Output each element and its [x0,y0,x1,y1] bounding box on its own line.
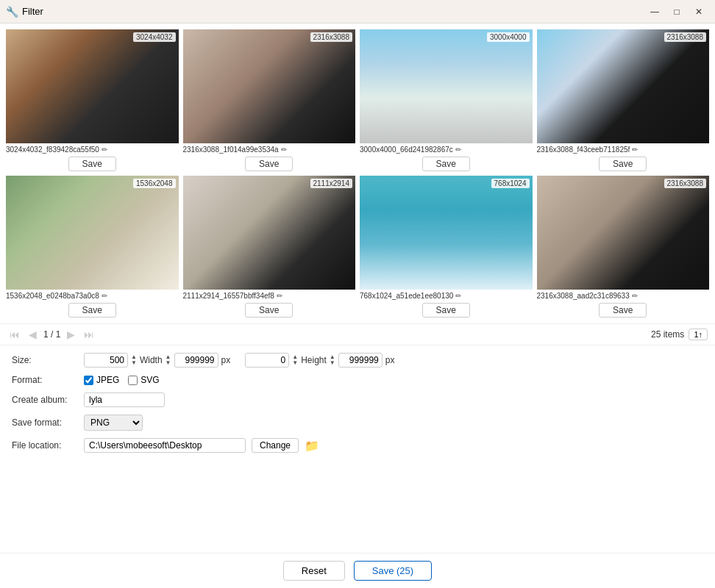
filter-panel: Size: ▲▼ Width ▲▼ px ▲▼ Height [0,345,715,460]
image-grid: 3024x4032 3024x4032_f839428ca55f50 ✏ Sav… [6,29,709,318]
height-min-input[interactable] [245,353,289,368]
maximize-button[interactable]: □ [666,4,687,20]
image-card: 2316x3088 2316x3088_f43ceeb711825f ✏ Sav… [537,29,710,171]
reset-button[interactable]: Reset [283,561,345,581]
image-filename: 1536x2048_e0248ba73a0c8 [6,292,99,300]
close-button[interactable]: ✕ [689,4,709,20]
save-all-button[interactable]: Save (25) [354,561,432,581]
image-filename: 2316x3088_1f014a99e3534a [183,146,279,154]
image-thumbnail[interactable]: 2316x3088 [183,29,356,143]
image-label: 3000x4000_66d241982867c ✏ [360,146,533,154]
size-row: Size: ▲▼ Width ▲▼ px ▲▼ Height [12,353,703,368]
svg-checkbox-label[interactable]: SVG [128,375,159,385]
jpeg-checkbox[interactable] [84,376,93,385]
image-filename: 2111x2914_16557bbff34ef8 [183,292,274,300]
window-title: Filter [22,6,644,17]
album-input[interactable] [84,392,165,407]
image-filename: 3000x4000_66d241982867c [360,146,453,154]
image-label: 3024x4032_f839428ca55f50 ✏ [6,146,179,154]
edit-icon[interactable]: ✏ [102,292,107,300]
image-thumbnail[interactable]: 1536x2048 [6,176,179,290]
bottom-bar: Reset Save (25) [0,553,715,588]
edit-icon[interactable]: ✏ [632,292,638,300]
first-page-button[interactable]: ⏮ [7,329,22,340]
image-label: 2316x3088_f43ceeb711825f ✏ [537,146,710,154]
format-label: Format: [12,375,78,385]
edit-icon[interactable]: ✏ [632,146,638,154]
image-thumbnail[interactable]: 2316x3088 [537,176,710,290]
folder-icon-button[interactable]: 📁 [305,439,319,453]
pagination-bar: ⏮ ◀ 1 / 1 ▶ ⏭ 25 items 1↑ [0,323,715,345]
file-location-label: File location: [12,440,78,451]
sort-button[interactable]: 1↑ [689,329,708,340]
window-controls: — □ ✕ [644,4,709,20]
image-card: 2111x2914 2111x2914_16557bbff34ef8 ✏ Sav… [183,176,356,318]
edit-icon[interactable]: ✏ [455,146,461,154]
dimension-badge: 3024x4032 [133,32,176,42]
file-path-input[interactable] [84,438,246,453]
dimension-badge: 2316x3088 [664,179,707,188]
edit-icon[interactable]: ✏ [281,146,287,154]
file-location-row: File location: Change 📁 [12,438,703,453]
svg-checkbox[interactable] [128,376,138,385]
image-thumbnail[interactable]: 3000x4000 [360,29,533,143]
height-arrows2[interactable]: ▲▼ [330,354,335,366]
save-format-label: Save format: [12,417,78,428]
page-info: 1 / 1 [43,329,60,340]
next-page-button[interactable]: ▶ [65,329,77,340]
image-card: 3024x4032 3024x4032_f839428ca55f50 ✏ Sav… [6,29,179,171]
height-label: Height [301,355,327,365]
image-card: 2316x3088 2316x3088_aad2c31c89633 ✏ Save [537,176,710,318]
image-filename: 2316x3088_aad2c31c89633 [537,292,630,300]
save-button[interactable]: Save [245,157,293,171]
image-label: 2111x2914_16557bbff34ef8 ✏ [183,292,356,300]
width-max-input[interactable] [174,353,218,368]
save-button[interactable]: Save [422,303,470,318]
image-thumbnail[interactable]: 3024x4032 [6,29,179,143]
pagination-controls: ⏮ ◀ 1 / 1 ▶ ⏭ [7,329,96,340]
image-card: 3000x4000 3000x4000_66d241982867c ✏ Save [360,29,533,171]
width-arrows[interactable]: ▲▼ [131,354,137,366]
edit-icon[interactable]: ✏ [277,292,282,300]
jpeg-checkbox-label[interactable]: JPEG [84,375,119,385]
save-button[interactable]: Save [68,157,116,171]
image-thumbnail[interactable]: 2111x2914 [183,176,356,290]
image-thumbnail[interactable]: 768x1024 [360,176,533,290]
app-icon: 🔧 [6,6,18,18]
save-button[interactable]: Save [245,303,293,318]
image-filename: 3024x4032_f839428ca55f50 [6,146,99,154]
jpeg-label: JPEG [96,375,119,385]
dimension-badge: 2316x3088 [310,32,353,42]
change-button[interactable]: Change [252,438,299,453]
width-arrows2[interactable]: ▲▼ [166,354,171,366]
size-label: Size: [12,355,78,365]
width-min-input[interactable] [84,353,128,368]
save-button[interactable]: Save [599,303,647,318]
width-group: ▲▼ Width ▲▼ px [84,353,230,368]
image-grid-area: 3024x4032 3024x4032_f839428ca55f50 ✏ Sav… [0,24,715,318]
image-label: 768x1024_a51ede1ee80130 ✏ [360,292,533,300]
save-format-select[interactable]: PNGJPEGWebP [84,415,143,431]
height-max-input[interactable] [338,353,383,368]
prev-page-button[interactable]: ◀ [26,329,39,340]
edit-icon[interactable]: ✏ [455,292,461,300]
dimension-badge: 2316x3088 [664,32,707,42]
save-button[interactable]: Save [68,303,116,318]
save-button[interactable]: Save [599,157,647,171]
dimension-badge: 3000x4000 [487,32,530,42]
main-content: 3024x4032 3024x4032_f839428ca55f50 ✏ Sav… [0,24,715,588]
minimize-button[interactable]: — [644,4,665,20]
image-card: 1536x2048 1536x2048_e0248ba73a0c8 ✏ Save [6,176,179,318]
dimension-badge: 768x1024 [491,179,530,188]
items-count: 25 items [651,329,684,340]
image-label: 2316x3088_aad2c31c89633 ✏ [537,292,710,300]
save-button[interactable]: Save [422,157,470,171]
image-filename: 2316x3088_f43ceeb711825f [537,146,630,154]
image-filename: 768x1024_a51ede1ee80130 [360,292,453,300]
height-arrows[interactable]: ▲▼ [292,354,298,366]
height-px: px [385,355,395,365]
image-thumbnail[interactable]: 2316x3088 [537,29,710,143]
edit-icon[interactable]: ✏ [102,146,107,154]
create-album-row: Create album: [12,392,703,407]
last-page-button[interactable]: ⏭ [82,329,96,340]
